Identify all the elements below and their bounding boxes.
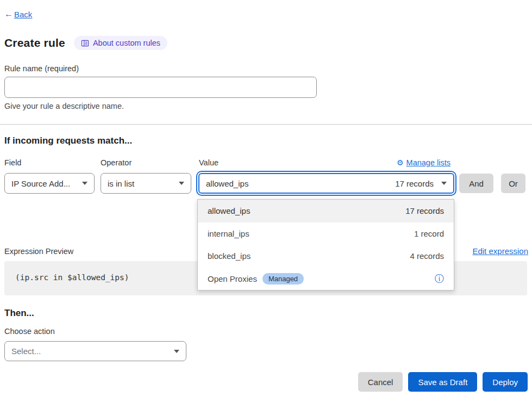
cancel-button[interactable]: Cancel xyxy=(358,372,403,392)
back-link-label: Back xyxy=(14,10,32,19)
value-dropdown-menu: allowed_ips 17 records internal_ips 1 re… xyxy=(197,199,454,290)
field-select-value: IP Source Add... xyxy=(11,179,70,188)
value-label: Value xyxy=(199,158,218,167)
book-icon xyxy=(81,39,89,47)
manage-lists-link[interactable]: ⚙ Manage lists xyxy=(397,158,450,167)
managed-badge: Managed xyxy=(262,273,304,285)
section-divider xyxy=(0,124,532,125)
deploy-button[interactable]: Deploy xyxy=(483,372,528,392)
value-select-name: allowed_ips xyxy=(206,179,248,188)
value-select[interactable]: allowed_ips 17 records xyxy=(198,173,454,194)
chevron-down-icon xyxy=(174,350,179,353)
list-item-count: 1 record xyxy=(414,229,444,238)
list-item-internal-ips[interactable]: internal_ips 1 record xyxy=(198,222,454,245)
manage-lists-label: Manage lists xyxy=(406,158,450,167)
then-section-title: Then... xyxy=(4,308,34,319)
field-select[interactable]: IP Source Add... xyxy=(4,173,95,194)
list-item-allowed-ips[interactable]: allowed_ips 17 records xyxy=(198,200,454,222)
and-button[interactable]: And xyxy=(459,174,493,193)
action-select-placeholder: Select... xyxy=(11,347,41,356)
list-item-count: 17 records xyxy=(405,206,444,215)
field-label: Field xyxy=(4,158,21,167)
or-button[interactable]: Or xyxy=(501,174,525,193)
chevron-down-icon xyxy=(179,182,184,185)
operator-label: Operator xyxy=(101,158,132,167)
match-section-title: If incoming requests match... xyxy=(4,135,132,146)
rule-name-input[interactable] xyxy=(4,77,317,98)
rule-name-helper: Give your rule a descriptive name. xyxy=(4,102,124,110)
list-item-open-proxies[interactable]: Open Proxies Managed ⓘ xyxy=(198,268,454,290)
back-arrow-icon: ← xyxy=(4,9,13,19)
chevron-down-icon xyxy=(441,182,447,185)
action-select[interactable]: Select... xyxy=(4,341,186,361)
list-item-count: 4 records xyxy=(410,251,444,261)
create-rule-page: ← Back Create rule About custom rules Ru… xyxy=(0,0,532,402)
operator-select[interactable]: is in list xyxy=(101,173,191,194)
footer-actions: Cancel Save as Draft Deploy xyxy=(358,372,528,392)
list-item-name: Open Proxies xyxy=(208,274,257,283)
about-custom-rules-link[interactable]: About custom rules xyxy=(74,36,167,50)
title-row: Create rule About custom rules xyxy=(4,36,167,50)
value-select-count: 17 records xyxy=(395,179,434,188)
chevron-down-icon xyxy=(82,182,87,185)
list-item-name: internal_ips xyxy=(208,229,249,238)
expression-preview-label: Expression Preview xyxy=(4,247,73,256)
about-badge-label: About custom rules xyxy=(93,39,160,47)
operator-select-value: is in list xyxy=(108,179,134,188)
expression-code: (ip.src in $allowed_ips) xyxy=(15,273,129,282)
page-title: Create rule xyxy=(4,36,65,50)
list-item-name: allowed_ips xyxy=(208,206,250,215)
choose-action-label: Choose action xyxy=(4,327,55,336)
info-icon[interactable]: ⓘ xyxy=(435,274,444,283)
list-item-blocked-ips[interactable]: blocked_ips 4 records xyxy=(198,245,454,268)
gear-icon: ⚙ xyxy=(397,158,404,167)
edit-expression-link[interactable]: Edit expression xyxy=(472,246,528,256)
save-as-draft-button[interactable]: Save as Draft xyxy=(408,372,477,392)
back-link[interactable]: ← Back xyxy=(4,9,32,19)
list-item-name: blocked_ips xyxy=(208,251,251,261)
rule-name-label: Rule name (required) xyxy=(4,64,79,73)
